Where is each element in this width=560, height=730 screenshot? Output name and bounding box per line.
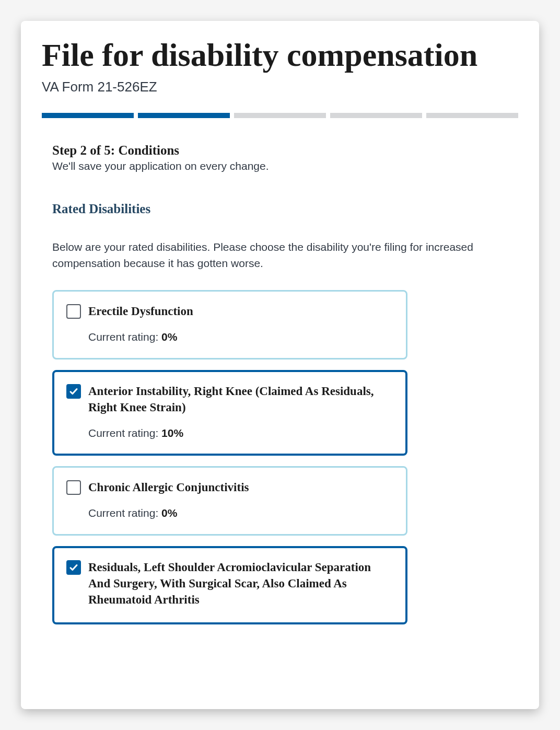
progress-step-1	[42, 113, 134, 118]
disability-card[interactable]: Residuals, Left Shoulder Acromioclavicul…	[52, 546, 407, 624]
check-icon	[69, 563, 78, 572]
disability-list: Erectile Dysfunction Current rating: 0% …	[52, 290, 407, 624]
progress-step-2	[138, 113, 230, 118]
rating-value: 0%	[161, 507, 177, 519]
progress-step-5	[426, 113, 518, 118]
card-head: Anterior Instability, Right Knee (Claime…	[66, 383, 393, 415]
disability-rating: Current rating: 10%	[88, 427, 393, 439]
rating-prefix: Current rating:	[88, 331, 161, 343]
rating-value: 10%	[161, 427, 183, 439]
disability-checkbox[interactable]	[66, 480, 81, 495]
disability-card[interactable]: Erectile Dysfunction Current rating: 0%	[52, 290, 407, 360]
page-title: File for disability compensation	[42, 37, 518, 74]
rating-prefix: Current rating:	[88, 507, 161, 519]
progress-bar	[42, 113, 518, 118]
autosave-note: We'll save your application on every cha…	[52, 160, 508, 172]
disability-label: Anterior Instability, Right Knee (Claime…	[88, 383, 393, 415]
disability-checkbox[interactable]	[66, 384, 81, 399]
disability-label: Erectile Dysfunction	[88, 303, 193, 319]
step-title: Step 2 of 5: Conditions	[52, 143, 508, 158]
disability-card[interactable]: Anterior Instability, Right Knee (Claime…	[52, 370, 407, 456]
progress-step-3	[234, 113, 326, 118]
section-heading: Rated Disabilities	[52, 202, 508, 216]
disability-checkbox[interactable]	[66, 560, 81, 575]
form-page: File for disability compensation VA Form…	[21, 21, 539, 709]
disability-rating: Current rating: 0%	[88, 507, 393, 519]
rating-value: 0%	[161, 331, 177, 343]
section-intro: Below are your rated disabilities. Pleas…	[52, 239, 508, 271]
progress-step-4	[330, 113, 422, 118]
disability-rating: Current rating: 0%	[88, 331, 393, 343]
form-number: VA Form 21-526EZ	[42, 79, 518, 95]
card-head: Chronic Allergic Conjunctivitis	[66, 479, 393, 495]
disability-label: Residuals, Left Shoulder Acromioclavicul…	[88, 559, 393, 608]
disability-checkbox[interactable]	[66, 304, 81, 319]
card-head: Erectile Dysfunction	[66, 303, 393, 319]
rating-prefix: Current rating:	[88, 427, 161, 439]
disability-label: Chronic Allergic Conjunctivitis	[88, 479, 249, 495]
check-icon	[69, 387, 78, 396]
step-block: Step 2 of 5: Conditions We'll save your …	[42, 143, 518, 624]
card-head: Residuals, Left Shoulder Acromioclavicul…	[66, 559, 393, 608]
disability-card[interactable]: Chronic Allergic Conjunctivitis Current …	[52, 466, 407, 536]
